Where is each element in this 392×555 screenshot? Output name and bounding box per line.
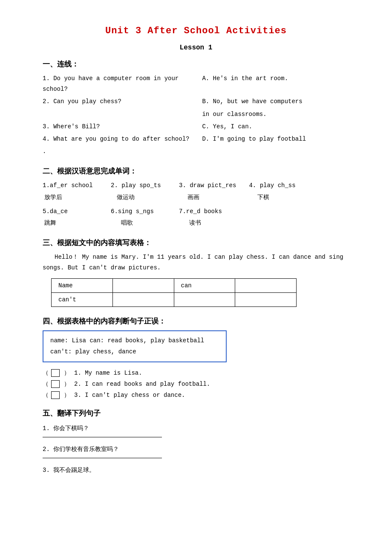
match-left-4b: .: [43, 146, 190, 157]
table-cell-r2c4: [235, 293, 297, 307]
answer-line-2: [43, 458, 162, 458]
section-5-heading: 五、翻译下列句子: [43, 408, 349, 418]
table-cell-blank1: [112, 279, 174, 293]
table-cell-r2c2: [112, 293, 174, 307]
match-right-1: A. He's in the art room.: [202, 73, 349, 95]
meaning-5: 跳舞: [44, 218, 100, 228]
answer-line-1: [43, 437, 162, 437]
match-left-3: 3. Where's Bill?: [43, 121, 190, 132]
match-right-2: B. No, but we have computers: [202, 96, 349, 107]
answer-box-2[interactable]: [51, 380, 60, 388]
paren-open-3: （: [43, 391, 48, 399]
answer-box-3[interactable]: [51, 391, 60, 399]
judgment-text-1: 1. My name is Lisa.: [74, 370, 142, 376]
word-1: 1.af_er school: [43, 180, 98, 191]
word-6: 6.sing s_ngs: [111, 206, 166, 217]
word-4: 4. play ch_ss: [249, 180, 304, 191]
paren-close-2: ）: [64, 380, 69, 388]
table-cell-r2c3: [174, 293, 235, 307]
word-grid-row1: 1.af_er school 2. play spo_ts 3. draw pi…: [43, 180, 349, 202]
section-3-heading: 三、根据短文中的内容填写表格：: [43, 238, 349, 248]
section-1-heading: 一、连线：: [43, 59, 349, 69]
paren-open-2: （: [43, 380, 48, 388]
match-left-1: 1. Do you have a computer room in your s…: [43, 73, 190, 95]
section-4: 四、根据表格中的内容判断句子正误： name: Lisa can: read b…: [43, 316, 349, 399]
meaning-2: 做运动: [112, 192, 168, 203]
match-right-4: D. I'm going to play football: [202, 134, 349, 145]
paren-close-3: ）: [64, 391, 69, 399]
info-line-2: can't: play chess, dance: [50, 347, 219, 357]
judgment-3: （ ） 3. I can't play chess or dance.: [43, 391, 349, 399]
match-row-4: 4. What are you going to do after school…: [43, 134, 349, 145]
section-1: 一、连线： 1. Do you have a computer room in …: [43, 59, 349, 157]
match-row-3: 3. Where's Bill? C. Yes, I can.: [43, 121, 349, 132]
judgment-text-2: 2. I can read books and play football.: [74, 381, 210, 387]
match-row-4b: .: [43, 146, 349, 157]
section-2-heading: 二、根据汉语意思完成单词：: [43, 166, 349, 176]
match-right-3: C. Yes, I can.: [202, 121, 349, 132]
section-2: 二、根据汉语意思完成单词： 1.af_er school 2. play spo…: [43, 166, 349, 228]
meaning-4: 下棋: [249, 192, 304, 203]
word-7: 7.re_d books: [179, 206, 234, 217]
match-left-2: 2. Can you play chess?: [43, 96, 190, 107]
meaning-6: 唱歌: [112, 218, 168, 228]
match-left-2b: [43, 109, 190, 120]
word-grid-row2: 5.da_ce 6.sing s_ngs 7.re_d books 跳舞 唱歌 …: [43, 206, 349, 228]
judgment-text-3: 3. I can't play chess or dance.: [74, 392, 185, 399]
section-4-heading: 四、根据表格中的内容判断句子正误：: [43, 316, 349, 326]
paren-close-1: ）: [64, 369, 69, 377]
table-cell-blank2: [235, 279, 297, 293]
match-row-1: 1. Do you have a computer room in your s…: [43, 73, 349, 95]
activity-table: Name can can't: [51, 278, 297, 307]
meaning-1: 放学后: [44, 192, 100, 203]
judgment-2: （ ） 2. I can read books and play footbal…: [43, 380, 349, 388]
table-cell-name: Name: [52, 279, 113, 293]
meaning-3: 画画: [181, 192, 236, 203]
match-row-2b: in our classrooms.: [43, 109, 349, 120]
match-right-4b: [202, 146, 349, 157]
lesson-label: Lesson 1: [43, 44, 349, 52]
match-row-2: 2. Can you play chess? B. No, but we hav…: [43, 96, 349, 107]
translate-2: 2. 你们学校有音乐教室吗？: [43, 443, 349, 455]
section-5: 五、翻译下列句子 1. 你会下棋吗？ 2. 你们学校有音乐教室吗？ 3. 我不会…: [43, 408, 349, 476]
info-box: name: Lisa can: read books, play basketb…: [43, 330, 227, 362]
match-left-4: 4. What are you going to do after school…: [43, 134, 190, 145]
meaning-7: 读书: [181, 218, 236, 228]
section-3: 三、根据短文中的内容填写表格： Hello！ My name is Mary. …: [43, 238, 349, 307]
info-line-1: name: Lisa can: read books, play basketb…: [50, 335, 219, 346]
word-5: 5.da_ce: [43, 206, 98, 217]
reading-text: Hello！ My name is Mary. I'm 11 years old…: [43, 252, 349, 273]
table-row-1: Name can: [52, 279, 297, 293]
match-right-2b: in our classrooms.: [202, 109, 349, 120]
translate-3: 3. 我不会踢足球。: [43, 464, 349, 476]
table-row-2: can't: [52, 293, 297, 307]
word-2: 2. play spo_ts: [111, 180, 166, 191]
table-cell-can: can: [174, 279, 235, 293]
paren-open-1: （: [43, 369, 48, 377]
translate-1: 1. 你会下棋吗？: [43, 422, 349, 434]
word-3: 3. draw pict_res: [179, 180, 236, 191]
page-title: Unit 3 After School Activities: [43, 26, 349, 36]
table-cell-cant: can't: [52, 293, 113, 307]
judgment-1: （ ） 1. My name is Lisa.: [43, 369, 349, 377]
answer-box-1[interactable]: [51, 369, 60, 377]
